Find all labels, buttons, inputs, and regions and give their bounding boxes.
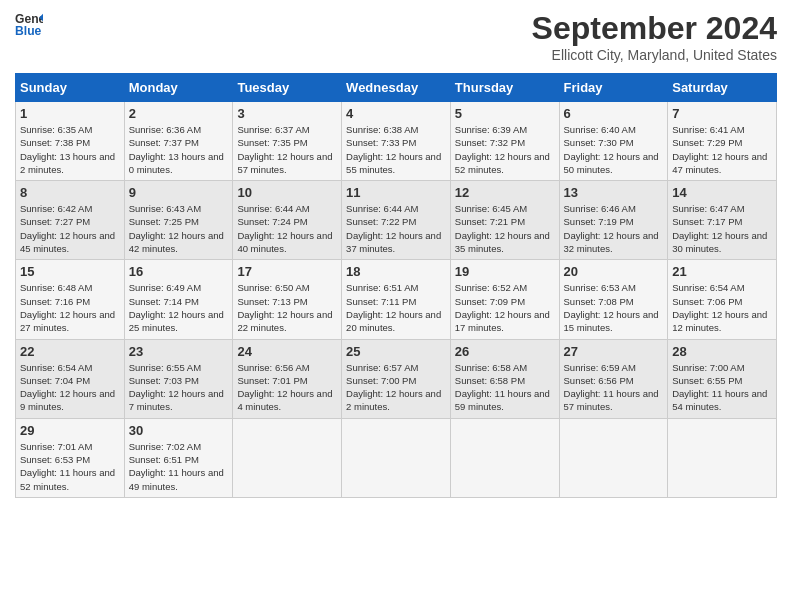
calendar-cell: 24Sunrise: 6:56 AMSunset: 7:01 PMDayligh…: [233, 339, 342, 418]
day-detail: Sunrise: 6:41 AMSunset: 7:29 PMDaylight:…: [672, 123, 772, 176]
calendar-cell: 19Sunrise: 6:52 AMSunset: 7:09 PMDayligh…: [450, 260, 559, 339]
day-detail: Sunrise: 6:40 AMSunset: 7:30 PMDaylight:…: [564, 123, 664, 176]
day-detail: Sunrise: 7:02 AMSunset: 6:51 PMDaylight:…: [129, 440, 229, 493]
calendar-cell: 25Sunrise: 6:57 AMSunset: 7:00 PMDayligh…: [342, 339, 451, 418]
day-number: 29: [20, 423, 120, 438]
calendar-cell: 15Sunrise: 6:48 AMSunset: 7:16 PMDayligh…: [16, 260, 125, 339]
day-number: 26: [455, 344, 555, 359]
day-number: 25: [346, 344, 446, 359]
day-number: 3: [237, 106, 337, 121]
day-detail: Sunrise: 6:44 AMSunset: 7:24 PMDaylight:…: [237, 202, 337, 255]
day-detail: Sunrise: 6:44 AMSunset: 7:22 PMDaylight:…: [346, 202, 446, 255]
day-number: 30: [129, 423, 229, 438]
day-detail: Sunrise: 7:01 AMSunset: 6:53 PMDaylight:…: [20, 440, 120, 493]
day-number: 7: [672, 106, 772, 121]
calendar-cell: 4Sunrise: 6:38 AMSunset: 7:33 PMDaylight…: [342, 102, 451, 181]
calendar-header-row: SundayMondayTuesdayWednesdayThursdayFrid…: [16, 74, 777, 102]
header: General Blue September 2024 Ellicott Cit…: [15, 10, 777, 63]
logo-icon: General Blue: [15, 10, 43, 38]
calendar-week-row: 15Sunrise: 6:48 AMSunset: 7:16 PMDayligh…: [16, 260, 777, 339]
header-day-thursday: Thursday: [450, 74, 559, 102]
calendar-cell: 26Sunrise: 6:58 AMSunset: 6:58 PMDayligh…: [450, 339, 559, 418]
day-detail: Sunrise: 6:38 AMSunset: 7:33 PMDaylight:…: [346, 123, 446, 176]
day-number: 10: [237, 185, 337, 200]
day-detail: Sunrise: 6:36 AMSunset: 7:37 PMDaylight:…: [129, 123, 229, 176]
header-day-tuesday: Tuesday: [233, 74, 342, 102]
day-detail: Sunrise: 6:58 AMSunset: 6:58 PMDaylight:…: [455, 361, 555, 414]
day-number: 19: [455, 264, 555, 279]
calendar-week-row: 8Sunrise: 6:42 AMSunset: 7:27 PMDaylight…: [16, 181, 777, 260]
calendar-week-row: 1Sunrise: 6:35 AMSunset: 7:38 PMDaylight…: [16, 102, 777, 181]
day-detail: Sunrise: 6:50 AMSunset: 7:13 PMDaylight:…: [237, 281, 337, 334]
calendar-cell: [233, 418, 342, 497]
location-title: Ellicott City, Maryland, United States: [532, 47, 777, 63]
day-detail: Sunrise: 6:51 AMSunset: 7:11 PMDaylight:…: [346, 281, 446, 334]
logo: General Blue: [15, 10, 43, 38]
day-detail: Sunrise: 6:39 AMSunset: 7:32 PMDaylight:…: [455, 123, 555, 176]
calendar-cell: [668, 418, 777, 497]
header-day-friday: Friday: [559, 74, 668, 102]
calendar-cell: 13Sunrise: 6:46 AMSunset: 7:19 PMDayligh…: [559, 181, 668, 260]
day-number: 6: [564, 106, 664, 121]
calendar-week-row: 29Sunrise: 7:01 AMSunset: 6:53 PMDayligh…: [16, 418, 777, 497]
day-number: 28: [672, 344, 772, 359]
day-detail: Sunrise: 7:00 AMSunset: 6:55 PMDaylight:…: [672, 361, 772, 414]
calendar-cell: [342, 418, 451, 497]
header-day-wednesday: Wednesday: [342, 74, 451, 102]
calendar-cell: 16Sunrise: 6:49 AMSunset: 7:14 PMDayligh…: [124, 260, 233, 339]
day-detail: Sunrise: 6:46 AMSunset: 7:19 PMDaylight:…: [564, 202, 664, 255]
calendar-week-row: 22Sunrise: 6:54 AMSunset: 7:04 PMDayligh…: [16, 339, 777, 418]
calendar-cell: 17Sunrise: 6:50 AMSunset: 7:13 PMDayligh…: [233, 260, 342, 339]
calendar-table: SundayMondayTuesdayWednesdayThursdayFrid…: [15, 73, 777, 498]
day-detail: Sunrise: 6:48 AMSunset: 7:16 PMDaylight:…: [20, 281, 120, 334]
header-day-saturday: Saturday: [668, 74, 777, 102]
day-detail: Sunrise: 6:42 AMSunset: 7:27 PMDaylight:…: [20, 202, 120, 255]
day-number: 13: [564, 185, 664, 200]
calendar-cell: 1Sunrise: 6:35 AMSunset: 7:38 PMDaylight…: [16, 102, 125, 181]
day-number: 2: [129, 106, 229, 121]
day-detail: Sunrise: 6:53 AMSunset: 7:08 PMDaylight:…: [564, 281, 664, 334]
day-number: 23: [129, 344, 229, 359]
day-number: 14: [672, 185, 772, 200]
day-number: 15: [20, 264, 120, 279]
title-section: September 2024 Ellicott City, Maryland, …: [532, 10, 777, 63]
calendar-cell: [559, 418, 668, 497]
day-number: 8: [20, 185, 120, 200]
svg-text:Blue: Blue: [15, 24, 42, 38]
calendar-cell: 29Sunrise: 7:01 AMSunset: 6:53 PMDayligh…: [16, 418, 125, 497]
day-detail: Sunrise: 6:59 AMSunset: 6:56 PMDaylight:…: [564, 361, 664, 414]
calendar-cell: 23Sunrise: 6:55 AMSunset: 7:03 PMDayligh…: [124, 339, 233, 418]
day-detail: Sunrise: 6:43 AMSunset: 7:25 PMDaylight:…: [129, 202, 229, 255]
day-number: 11: [346, 185, 446, 200]
day-number: 18: [346, 264, 446, 279]
day-detail: Sunrise: 6:35 AMSunset: 7:38 PMDaylight:…: [20, 123, 120, 176]
calendar-cell: 28Sunrise: 7:00 AMSunset: 6:55 PMDayligh…: [668, 339, 777, 418]
header-day-sunday: Sunday: [16, 74, 125, 102]
calendar-cell: 3Sunrise: 6:37 AMSunset: 7:35 PMDaylight…: [233, 102, 342, 181]
calendar-cell: 27Sunrise: 6:59 AMSunset: 6:56 PMDayligh…: [559, 339, 668, 418]
day-detail: Sunrise: 6:54 AMSunset: 7:06 PMDaylight:…: [672, 281, 772, 334]
calendar-cell: 8Sunrise: 6:42 AMSunset: 7:27 PMDaylight…: [16, 181, 125, 260]
day-number: 1: [20, 106, 120, 121]
calendar-cell: 22Sunrise: 6:54 AMSunset: 7:04 PMDayligh…: [16, 339, 125, 418]
calendar-cell: 9Sunrise: 6:43 AMSunset: 7:25 PMDaylight…: [124, 181, 233, 260]
day-number: 12: [455, 185, 555, 200]
day-detail: Sunrise: 6:57 AMSunset: 7:00 PMDaylight:…: [346, 361, 446, 414]
header-day-monday: Monday: [124, 74, 233, 102]
day-detail: Sunrise: 6:52 AMSunset: 7:09 PMDaylight:…: [455, 281, 555, 334]
calendar-cell: 10Sunrise: 6:44 AMSunset: 7:24 PMDayligh…: [233, 181, 342, 260]
day-number: 17: [237, 264, 337, 279]
month-title: September 2024: [532, 10, 777, 47]
calendar-cell: [450, 418, 559, 497]
calendar-cell: 30Sunrise: 7:02 AMSunset: 6:51 PMDayligh…: [124, 418, 233, 497]
calendar-cell: 2Sunrise: 6:36 AMSunset: 7:37 PMDaylight…: [124, 102, 233, 181]
day-detail: Sunrise: 6:56 AMSunset: 7:01 PMDaylight:…: [237, 361, 337, 414]
day-number: 27: [564, 344, 664, 359]
calendar-cell: 6Sunrise: 6:40 AMSunset: 7:30 PMDaylight…: [559, 102, 668, 181]
day-detail: Sunrise: 6:49 AMSunset: 7:14 PMDaylight:…: [129, 281, 229, 334]
calendar-cell: 18Sunrise: 6:51 AMSunset: 7:11 PMDayligh…: [342, 260, 451, 339]
day-number: 16: [129, 264, 229, 279]
calendar-cell: 21Sunrise: 6:54 AMSunset: 7:06 PMDayligh…: [668, 260, 777, 339]
calendar-cell: 11Sunrise: 6:44 AMSunset: 7:22 PMDayligh…: [342, 181, 451, 260]
day-detail: Sunrise: 6:55 AMSunset: 7:03 PMDaylight:…: [129, 361, 229, 414]
